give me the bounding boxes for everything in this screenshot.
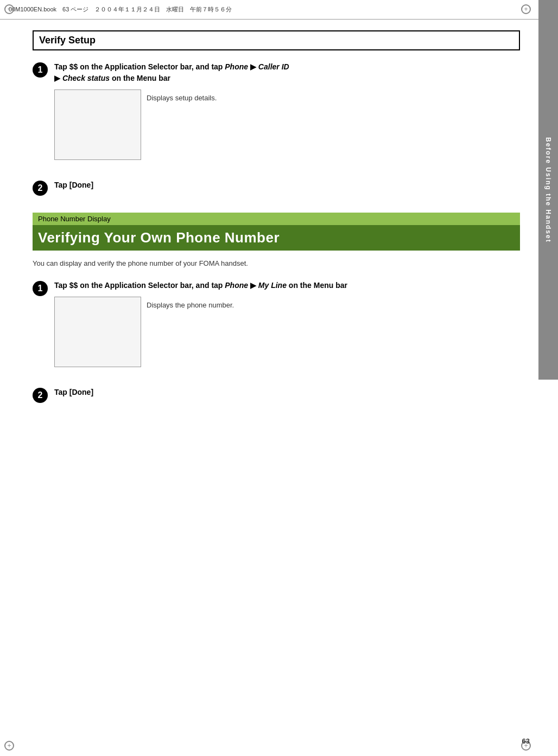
verify-step-2: 2 Tap [Done] — [33, 180, 520, 196]
phone-number-title-bar: Verifying Your Own Phone Number — [33, 225, 520, 251]
phone-step-2-content: Tap [Done] — [54, 387, 520, 403]
phone-number-label: Phone Number Display — [33, 213, 520, 225]
verify-setup-title: Verify Setup — [39, 35, 96, 46]
phone-screen-mockup — [54, 297, 141, 367]
verify-step-2-number: 2 — [33, 181, 48, 196]
verify-step-1-italic2: Caller ID — [258, 62, 289, 71]
main-content: Verify Setup 1 Tap $$ on the Application… — [22, 20, 531, 734]
verify-screen-wrapper: Displays setup details. — [54, 89, 520, 160]
verify-arrow2: ▶ — [54, 74, 60, 82]
corner-top-right — [521, 4, 532, 15]
phone-number-title: Verifying Your Own Phone Number — [38, 229, 280, 246]
phone-step-1-text-before: Tap $$ on the Application Selector bar, … — [54, 281, 225, 290]
phone-step-1: 1 Tap $$ on the Application Selector bar… — [33, 280, 520, 378]
corner-bottom-left — [4, 741, 15, 752]
verify-screen-mockup — [54, 89, 141, 160]
phone-step-1-number: 1 — [33, 281, 48, 296]
phone-step-1-italic2: My Line — [258, 281, 287, 290]
verify-step-2-content: Tap [Done] — [54, 180, 520, 196]
phone-step-1-content: Tap $$ on the Application Selector bar, … — [54, 280, 520, 378]
phone-step-1-italic1: Phone — [225, 281, 248, 290]
side-tab: Before Using the Handset — [538, 0, 558, 380]
phone-screen-wrapper: Displays the phone number. — [54, 297, 520, 367]
phone-description: You can display and verify the phone num… — [33, 258, 520, 269]
header-text: 00M1000EN.book 63 ページ ２００４年１１月２４日 水曜日 午前… — [9, 5, 232, 14]
verify-step-1-text-after: on the Menu bar — [110, 74, 170, 82]
verify-step-1-number: 1 — [33, 62, 48, 78]
page-number: 63 — [522, 737, 530, 745]
phone-step-1-text-after: on the Menu bar — [287, 281, 347, 290]
phone-screen-caption: Displays the phone number. — [147, 301, 234, 309]
phone-step-2-text: Tap [Done] — [54, 387, 520, 398]
verify-arrow1: ▶ — [250, 62, 256, 71]
phone-step-1-text: Tap $$ on the Application Selector bar, … — [54, 280, 520, 291]
phone-step-2: 2 Tap [Done] — [33, 387, 520, 403]
verify-step-1-italic3: Check status — [62, 74, 110, 82]
header-bar: 00M1000EN.book 63 ページ ２００４年１１月２４日 水曜日 午前… — [0, 0, 558, 20]
verify-step-1-content: Tap $$ on the Application Selector bar, … — [54, 61, 520, 171]
page-container: 00M1000EN.book 63 ページ ２００４年１１月２４日 水曜日 午前… — [0, 0, 558, 756]
verify-screen-caption: Displays setup details. — [147, 94, 217, 102]
verify-step-1: 1 Tap $$ on the Application Selector bar… — [33, 61, 520, 171]
phone-step-2-number: 2 — [33, 388, 48, 403]
side-tab-text: Before Using the Handset — [544, 137, 552, 243]
verify-setup-header: Verify Setup — [33, 30, 520, 50]
verify-step-2-text: Tap [Done] — [54, 180, 520, 191]
verify-step-1-text: Tap $$ on the Application Selector bar, … — [54, 61, 520, 84]
phone-number-section: Phone Number Display Verifying Your Own … — [33, 213, 520, 251]
corner-top-left — [4, 4, 15, 15]
phone-arrow1: ▶ — [250, 281, 256, 290]
verify-step-1-text-before: Tap $$ on the Application Selector bar, … — [54, 62, 225, 71]
verify-step-1-italic1: Phone — [225, 62, 248, 71]
